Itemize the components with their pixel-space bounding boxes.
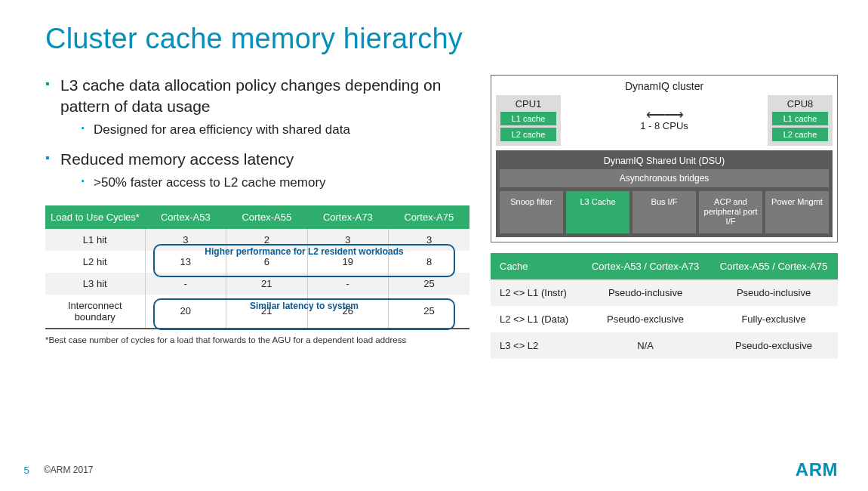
cpu1-box: CPU1 L1 cache L2 cache (496, 95, 561, 146)
lt-h4: Cortex-A75 (389, 205, 470, 229)
lt-r2c4: 25 (389, 273, 470, 295)
arrow-icon: ⟵⟶ (564, 110, 765, 120)
lt-r1c4: 8 (389, 251, 470, 273)
table-row: L3 hit - 21 - 25 (45, 273, 469, 295)
dsu-power-mgmt: Power Mngmt (765, 191, 829, 233)
page-number: 5 (15, 465, 38, 476)
lt-r1c2: 6 (226, 251, 308, 273)
lt-r1c1: 13 (145, 251, 226, 273)
bullet-2-text: Reduced memory access latency (60, 150, 294, 168)
lt-r0c1: 3 (145, 229, 226, 251)
cpu1-l1: L1 cache (500, 112, 556, 125)
dsu-acp-port: ACP and peripheral port I/F (699, 191, 762, 233)
lt-h2: Cortex-A55 (226, 205, 308, 229)
lt-h1: Cortex-A53 (145, 205, 226, 229)
cpu-range-text: 1 - 8 CPUs (640, 120, 688, 131)
copyright: ©ARM 2017 (38, 465, 796, 475)
cpu8-l2: L2 cache (772, 128, 828, 141)
dsu-l3-cache: L3 Cache (566, 191, 629, 233)
rt-r2c1: N/A (581, 332, 709, 359)
table-row: Interconnect boundary 20 21 26 25 (45, 295, 469, 329)
cpu8-box: CPU8 L1 cache L2 cache (768, 95, 833, 146)
lt-r3c4: 25 (389, 295, 470, 329)
lt-r1c0: L2 hit (45, 251, 145, 273)
slide-title: Cluster cache memory hierarchy (45, 23, 838, 55)
cpu8-l1: L1 cache (772, 112, 828, 125)
cpu8-label: CPU8 (772, 98, 828, 110)
lt-r2c1: - (145, 273, 226, 295)
table-row: L3 <> L2 N/A Pseudo-exclusive (491, 332, 838, 359)
rt-r1c1: Pseudo-exclusive (581, 306, 709, 332)
table-row: L2 <> L1 (Data) Pseudo-exclusive Fully-e… (491, 306, 838, 332)
cpu-range: ⟵⟶ 1 - 8 CPUs (564, 110, 765, 131)
table-row: L2 hit 13 6 19 8 (45, 251, 469, 273)
load-cycles-table: Load to Use Cycles* Cortex-A53 Cortex-A5… (45, 205, 469, 329)
lt-r0c2: 2 (226, 229, 308, 251)
rt-h2: Cortex-A55 / Cortex-A75 (709, 253, 838, 279)
rt-r2c0: L3 <> L2 (491, 332, 581, 359)
dsu-snoop-filter: Snoop filter (500, 191, 563, 233)
bullet-2-sub-1: >50% faster access to L2 cache memory (60, 174, 469, 192)
async-bridges: Asynchronous bridges (500, 169, 829, 187)
diagram-title: DynamIQ cluster (496, 80, 833, 95)
cache-policy-table-wrap: Cache Cortex-A53 / Cortex-A73 Cortex-A55… (491, 253, 838, 359)
rt-h1: Cortex-A53 / Cortex-A73 (581, 253, 709, 279)
lt-r0c4: 3 (389, 229, 470, 251)
left-column: L3 cache data allocation policy changes … (45, 75, 469, 359)
bullet-list: L3 cache data allocation policy changes … (45, 75, 469, 192)
bullet-1-text: L3 cache data allocation policy changes … (60, 76, 441, 115)
rt-h0: Cache (491, 253, 581, 279)
lt-r0c0: L1 hit (45, 229, 145, 251)
bullet-1: L3 cache data allocation policy changes … (45, 75, 469, 138)
rt-r1c2: Fully-exclusive (709, 306, 838, 332)
rt-r0c2: Pseudo-inclusive (709, 279, 838, 306)
rt-r0c1: Pseudo-inclusive (581, 279, 709, 306)
right-column: DynamIQ cluster CPU1 L1 cache L2 cache ⟵… (491, 75, 838, 359)
lt-r3c0: Interconnect boundary (45, 295, 145, 329)
lt-h3: Cortex-A73 (307, 205, 389, 229)
dynamiq-diagram: DynamIQ cluster CPU1 L1 cache L2 cache ⟵… (491, 75, 838, 242)
bullet-2: Reduced memory access latency >50% faste… (45, 149, 469, 191)
bullet-1-sub-1: Designed for area efficiency with shared… (60, 121, 469, 139)
table-row: L2 <> L1 (Instr) Pseudo-inclusive Pseudo… (491, 279, 838, 306)
lt-h0: Load to Use Cycles* (45, 205, 145, 229)
arm-logo: ARM (796, 459, 838, 480)
table-row: L1 hit 3 2 3 3 (45, 229, 469, 251)
lt-r0c3: 3 (307, 229, 389, 251)
lt-r3c2: 21 (226, 295, 308, 329)
dsu-box: DynamIQ Shared Unit (DSU) Asynchronous b… (496, 150, 833, 237)
cpu1-l2: L2 cache (500, 128, 556, 141)
dsu-title: DynamIQ Shared Unit (DSU) (500, 154, 829, 169)
footer: 5 ©ARM 2017 ARM (0, 459, 868, 480)
dsu-bus-if: Bus I/F (633, 191, 696, 233)
rt-r0c0: L2 <> L1 (Instr) (491, 279, 581, 306)
lt-r1c3: 19 (307, 251, 389, 273)
cache-policy-table: Cache Cortex-A53 / Cortex-A73 Cortex-A55… (491, 253, 838, 359)
table-footnote: *Best case number of cycles for a load t… (45, 335, 469, 344)
load-cycles-table-wrap: Load to Use Cycles* Cortex-A53 Cortex-A5… (45, 205, 469, 329)
content-row: L3 cache data allocation policy changes … (45, 75, 838, 359)
lt-r3c1: 20 (145, 295, 226, 329)
rt-r1c0: L2 <> L1 (Data) (491, 306, 581, 332)
cpu1-label: CPU1 (500, 98, 556, 110)
lt-r3c3: 26 (307, 295, 389, 329)
lt-r2c2: 21 (226, 273, 308, 295)
rt-r2c2: Pseudo-exclusive (709, 332, 838, 359)
slide: Cluster cache memory hierarchy L3 cache … (0, 0, 868, 491)
lt-r2c0: L3 hit (45, 273, 145, 295)
lt-r2c3: - (307, 273, 389, 295)
